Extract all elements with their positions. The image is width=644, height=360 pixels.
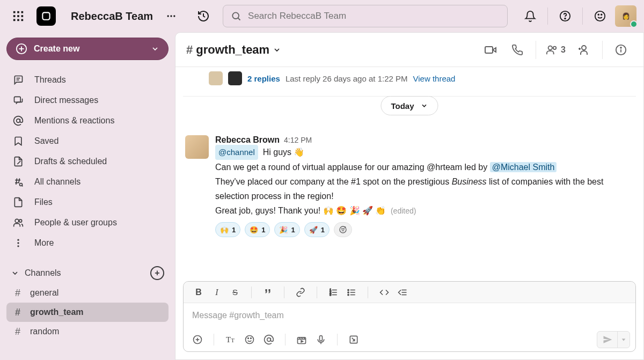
avatar-placeholder: 👩 [622,12,630,20]
nav-all-channels[interactable]: All channels [6,172,169,192]
text-fragment: Hi guys 👋 [263,148,305,157]
nav-more[interactable]: More [6,233,169,253]
apps-grid-button[interactable] [8,5,29,27]
ordered-list-button[interactable]: 123 [325,284,342,301]
strike-button[interactable]: S [226,284,244,301]
reaction-count: 1 [291,226,295,234]
reaction-count: 1 [232,226,236,234]
smile-icon [244,334,255,345]
reaction[interactable]: 🙌1 [215,222,240,237]
notifications-button[interactable] [519,5,541,27]
formatting-toolbar: B I S 123 [184,282,635,303]
send-button[interactable] [597,332,618,348]
status-indicator [630,20,638,28]
nav-direct-messages[interactable]: Direct messages [6,90,169,111]
code-button[interactable] [376,284,393,301]
composer-input[interactable]: Message #growth_team [184,303,635,328]
emoji-picker-button[interactable] [241,331,258,348]
at-icon [264,334,274,345]
audio-clip-button[interactable] [312,331,330,348]
plus-circle-icon [16,43,27,55]
bullet-list-button[interactable] [343,284,360,301]
formatting-toggle-button[interactable]: TT [222,331,239,348]
svg-rect-25 [14,97,21,102]
channel-mention[interactable]: @channel [215,145,258,160]
channel-growth-team[interactable]: # growth_team [6,303,169,322]
video-call-button[interactable] [479,38,502,62]
nav-threads[interactable]: Threads [6,70,169,90]
nav-saved[interactable]: Saved [6,131,169,151]
nav-mentions[interactable]: Mentions & reactions [6,111,169,131]
message-avatar[interactable] [185,135,209,159]
help-button[interactable] [554,5,576,27]
add-reaction-button[interactable] [334,222,352,237]
nav-label: Saved [34,136,58,146]
svg-point-36 [17,242,19,244]
nav-drafts[interactable]: Drafts & scheduled [6,151,169,172]
mention-button[interactable] [260,331,277,348]
search-input[interactable] [248,11,500,21]
svg-rect-2 [21,11,24,13]
date-separator-chip[interactable]: Today [380,96,438,115]
plus-circle-icon [192,334,203,345]
members-button[interactable]: 3 [543,44,569,56]
nav-people[interactable]: People & user groups [6,212,169,233]
search-container [223,5,508,27]
channel-info-button[interactable] [609,38,633,62]
reaction[interactable]: 🚀1 [304,222,330,237]
svg-marker-80 [301,341,303,342]
workspace-logo[interactable] [36,6,56,26]
nav-label: Threads [34,75,66,85]
search-box[interactable] [223,5,508,27]
quote-button[interactable] [259,284,276,301]
reaction-count: 1 [261,226,265,234]
emoji-button[interactable] [589,5,611,27]
channels-section-header[interactable]: Channels + [6,263,169,283]
create-new-button[interactable]: Create new [6,38,169,60]
codeblock-icon [398,288,407,297]
nav-label: Files [34,197,53,207]
channel-general[interactable]: # general [6,283,169,303]
shortcut-button[interactable] [345,331,362,348]
user-avatar[interactable]: 👩 [615,5,636,27]
bold-button[interactable]: B [190,284,207,301]
hash-icon: # [13,288,23,299]
channel-header: # growth_team 3 [175,33,643,67]
view-thread-link[interactable]: View thread [413,74,456,83]
audio-call-button[interactable] [506,38,529,62]
italic-button[interactable]: I [208,284,225,301]
replies-count[interactable]: 2 replies [247,74,280,83]
user-mention[interactable]: @Michael Smith [490,162,557,172]
create-label: Create new [34,44,79,54]
svg-line-14 [238,18,240,20]
link-button[interactable] [292,284,309,301]
message-author[interactable]: Rebecca Brown [215,135,280,145]
reply-avatar [228,71,242,85]
nav-label: More [34,238,54,248]
attach-button[interactable] [189,331,206,348]
send-options-button[interactable] [618,332,630,348]
channel-name: random [30,327,59,336]
member-count-value: 3 [561,45,566,55]
history-button[interactable] [196,9,211,24]
video-clip-button[interactable] [293,331,310,348]
reaction[interactable]: 🎉1 [274,222,299,237]
add-member-button[interactable] [572,38,596,62]
code-block-button[interactable] [394,284,411,301]
ol-icon: 123 [328,288,338,297]
chevron-down-icon [421,102,428,109]
edited-label: (edited) [391,207,416,215]
svg-point-19 [601,14,602,15]
channel-title-button[interactable]: # growth_team [186,43,281,57]
nav-list: Threads Direct messages Mentions & react… [6,70,169,253]
reaction[interactable]: 🤩1 [245,222,270,237]
nav-files[interactable]: Files [6,192,169,212]
team-menu-button[interactable] [164,9,179,24]
logo-icon [41,11,52,21]
svg-point-10 [167,15,169,17]
svg-point-71 [246,336,254,344]
channel-random[interactable]: # random [6,322,169,341]
link-icon [296,288,305,297]
team-name[interactable]: RebeccaB Team [71,10,153,23]
add-channel-button[interactable]: + [150,266,164,280]
